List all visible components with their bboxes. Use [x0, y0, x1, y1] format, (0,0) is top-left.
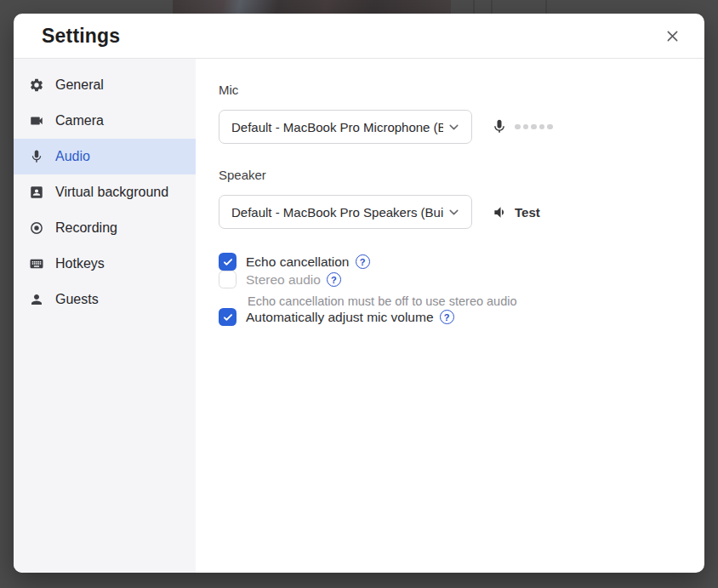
option-row: Echo cancellation? — [219, 253, 704, 271]
level-dot — [531, 124, 537, 130]
mic-label: Mic — [219, 83, 704, 97]
automatically-adjust-mic-volume-checkbox[interactable] — [219, 308, 236, 326]
sidebar-item-camera[interactable]: Camera — [14, 103, 196, 139]
audio-panel: Mic Default - MacBook Pro Microphone (Bu — [196, 59, 704, 573]
option-row: Automatically adjust mic volume? — [219, 308, 704, 326]
speaker-device-value: Default - MacBook Pro Speakers (Built — [231, 205, 443, 220]
level-dot — [539, 124, 545, 130]
sidebar-item-label: General — [55, 77, 104, 93]
sidebar-item-label: Audio — [55, 149, 90, 164]
mic-row: Default - MacBook Pro Microphone (Bu — [219, 110, 704, 144]
help-icon[interactable]: ? — [356, 254, 370, 269]
sidebar-item-audio[interactable]: Audio — [14, 139, 196, 174]
level-dot — [547, 124, 553, 130]
level-dot — [523, 124, 529, 130]
speaker-test-button[interactable]: Test — [493, 204, 540, 220]
settings-dialog: Settings GeneralCameraAudioVirtual backg… — [14, 14, 704, 573]
settings-sidebar: GeneralCameraAudioVirtual backgroundReco… — [14, 59, 196, 573]
sidebar-item-label: Hotkeys — [55, 256, 105, 271]
mic-device-select[interactable]: Default - MacBook Pro Microphone (Bu — [219, 110, 472, 144]
record-icon — [29, 220, 44, 236]
sidebar-item-general[interactable]: General — [14, 67, 196, 103]
close-button[interactable] — [660, 24, 684, 48]
sidebar-item-guests[interactable]: Guests — [14, 282, 196, 317]
mic-device-value: Default - MacBook Pro Microphone (Bu — [231, 120, 443, 134]
audio-options: Echo cancellation?Stereo audio?Echo canc… — [219, 253, 704, 326]
speaker-icon — [493, 204, 509, 220]
speaker-test-label: Test — [515, 205, 540, 220]
background-window-seam — [545, 0, 547, 14]
checkbox-label: Echo cancellation — [246, 254, 350, 270]
background-window-seam — [473, 0, 475, 14]
help-icon[interactable]: ? — [327, 272, 341, 287]
mic-icon — [491, 117, 508, 136]
option-row: Stereo audio? — [219, 271, 704, 288]
person-icon — [29, 292, 44, 307]
speaker-device-select[interactable]: Default - MacBook Pro Speakers (Built — [219, 195, 472, 229]
chevron-down-icon — [447, 205, 461, 220]
sidebar-item-label: Recording — [55, 220, 117, 236]
checkbox-label: Automatically adjust mic volume — [246, 310, 434, 325]
help-icon[interactable]: ? — [440, 310, 454, 324]
helper-text: Echo cancellation must be off to use ste… — [248, 294, 704, 308]
close-icon — [664, 28, 681, 44]
echo-cancellation-checkbox[interactable] — [219, 253, 236, 271]
sidebar-item-label: Guests — [55, 292, 99, 307]
sidebar-item-label: Camera — [55, 113, 104, 128]
camera-icon — [29, 113, 44, 128]
option-stereo-audio: Stereo audio?Echo cancellation must be o… — [219, 271, 704, 308]
dialog-header: Settings — [14, 14, 704, 59]
sidebar-item-label: Virtual background — [55, 185, 168, 200]
dialog-title: Settings — [42, 25, 120, 48]
sidebar-item-hotkeys[interactable]: Hotkeys — [14, 246, 196, 282]
speaker-row: Default - MacBook Pro Speakers (Built Te… — [219, 195, 704, 229]
virtual-background-icon — [29, 185, 44, 200]
stereo-audio-checkbox[interactable] — [219, 271, 236, 288]
mic-level-meter — [491, 117, 553, 136]
mic-icon — [29, 149, 44, 164]
mic-level-dots — [515, 124, 553, 130]
sidebar-item-recording[interactable]: Recording — [14, 210, 196, 246]
dialog-body: GeneralCameraAudioVirtual backgroundReco… — [14, 59, 704, 573]
level-dot — [515, 124, 521, 130]
background-window-seam — [491, 0, 493, 14]
background-video-thumbnail — [173, 0, 451, 14]
sidebar-item-virtual-background[interactable]: Virtual background — [14, 174, 196, 210]
chevron-down-icon — [447, 120, 461, 134]
screen: Settings GeneralCameraAudioVirtual backg… — [0, 0, 718, 588]
option-automatically-adjust-mic-volume: Automatically adjust mic volume? — [219, 308, 704, 326]
checkbox-label: Stereo audio — [246, 272, 321, 288]
gear-icon — [29, 77, 44, 93]
speaker-label: Speaker — [219, 168, 704, 182]
keyboard-icon — [29, 256, 44, 271]
option-echo-cancellation: Echo cancellation? — [219, 253, 704, 271]
